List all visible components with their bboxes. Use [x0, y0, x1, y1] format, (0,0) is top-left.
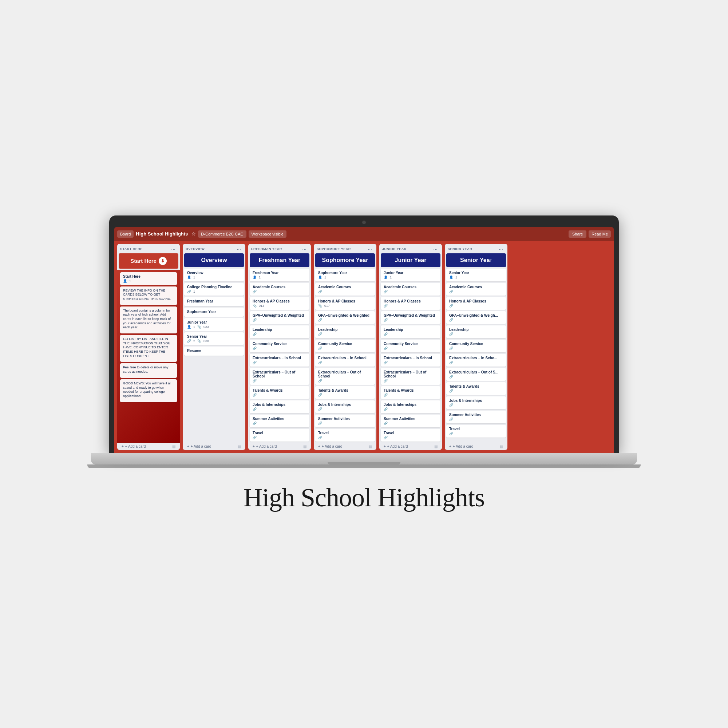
board-area: START HERE ··· Start Here ⬇ Start Here [114, 241, 614, 453]
freshman-card-4[interactable]: GPA–Unweighted & Weighted 🔗 [250, 311, 309, 324]
junior-card-2[interactable]: Academic Courses 🔗 [381, 283, 440, 295]
template-icon: ▤ [172, 444, 176, 448]
add-card-button-overview[interactable]: + + Add a card ▤ [184, 443, 244, 450]
sophomore-card-11[interactable]: Summer Activities 🔗 [315, 414, 375, 427]
share-button[interactable]: Share [569, 230, 586, 238]
sophomore-card-7[interactable]: Extracurriculars – In School 🔗 [315, 354, 375, 367]
add-card-button-freshman[interactable]: + + Add a card ▤ [250, 443, 309, 450]
card-meta: 🔗 [318, 318, 372, 322]
start-here-card-3[interactable]: The board contains a column for each yea… [120, 306, 177, 333]
senior-card-10[interactable]: Jobs & Internships 🔗 [446, 396, 506, 409]
board-button[interactable]: Board [117, 230, 134, 238]
freshman-card-9[interactable]: Talents & Awards 🔗 [250, 386, 309, 399]
senior-card-9[interactable]: Talents & Awards 🔗 [446, 382, 506, 395]
junior-card-11[interactable]: Summer Activities 🔗 [381, 414, 440, 427]
overview-card-6[interactable]: Senior Year 🔗 2 📎 038 [184, 332, 244, 345]
junior-card-4[interactable]: GPA–Unweighted & Weighted 🔗 [381, 311, 440, 324]
overview-card-2[interactable]: College Planning Timeline 🔗 1 [184, 283, 244, 295]
overview-card-5[interactable]: Junior Year 👤 1 📎 033 [184, 318, 244, 331]
workspace-button[interactable]: D-Commerce B2C CAC [198, 230, 246, 238]
senior-card-6[interactable]: Community Service 🔗 [446, 340, 506, 352]
senior-card-2[interactable]: Academic Courses 🔗 [446, 283, 506, 295]
column-sophomore-menu[interactable]: ··· [366, 246, 373, 252]
junior-card-5[interactable]: Leadership 🔗 [381, 326, 440, 338]
sophomore-card-9[interactable]: Talents & Awards 🔗 [315, 386, 375, 399]
freshman-card-3[interactable]: Honors & AP Classes 📎 014 [250, 297, 309, 310]
column-overview-menu[interactable]: ··· [235, 246, 242, 252]
sophomore-card-5[interactable]: Leadership 🔗 [315, 326, 375, 338]
card-title: Community Service [449, 342, 503, 346]
plus-icon: + [449, 444, 451, 448]
sophomore-card-3[interactable]: Honors & AP Classes 📎 017 [315, 297, 375, 310]
start-here-title-text: Start Here [130, 258, 156, 264]
freshman-card-10[interactable]: Jobs & Internships 🔗 [250, 401, 309, 413]
overview-card-1[interactable]: Overview 👤 1 [184, 269, 244, 281]
add-card-button-senior[interactable]: + + Add a card ▤ [446, 443, 506, 450]
sophomore-card-4[interactable]: GPA–Unweighted & Weighted 🔗 [315, 311, 375, 324]
senior-card-4[interactable]: GPA–Unweighted & Weigh... 🔗 [446, 311, 506, 324]
add-card-button-start[interactable]: + + Add a card ▤ [119, 443, 178, 450]
column-freshman-menu[interactable]: ··· [301, 246, 308, 252]
senior-card-7[interactable]: Extracurriculars – In Scho... 🔗 [446, 354, 506, 367]
card-title: Academic Courses [318, 285, 372, 289]
column-start-here-menu[interactable]: ··· [170, 246, 177, 252]
start-here-card-6[interactable]: GOOD NEWS: You will have it all saved an… [120, 379, 177, 402]
junior-card-9[interactable]: Talents & Awards 🔗 [381, 386, 440, 399]
freshman-card-2[interactable]: Academic Courses 🔗 [250, 283, 309, 295]
overview-card-7[interactable]: Resume [184, 347, 244, 356]
junior-card-3[interactable]: Honors & AP Classes 🔗 [381, 297, 440, 310]
card-title: Travel [384, 431, 437, 435]
card-meta: 🔗 [449, 418, 503, 421]
add-card-button-sophomore[interactable]: + + Add a card ▤ [315, 443, 375, 450]
freshman-card-1[interactable]: Freshman Year 👤 1 [250, 269, 309, 281]
column-junior-menu[interactable]: ··· [432, 246, 439, 252]
sophomore-card-6[interactable]: Community Service 🔗 [315, 340, 375, 352]
card-body: The board contains a column for each yea… [123, 309, 174, 330]
junior-card-1[interactable]: Junior Year 👤 1 [381, 269, 440, 281]
sophomore-card-1[interactable]: Sophomore Year 👤 1 [315, 269, 375, 281]
column-overview-label: OVERVIEW [186, 247, 205, 251]
card-meta: 🔗 [252, 332, 306, 336]
visibility-button[interactable]: Workspace visible [249, 230, 286, 238]
start-here-card-1[interactable]: Start Here 👤 1 [120, 272, 177, 285]
card-title: Academic Courses [252, 285, 306, 289]
freshman-card-12[interactable]: Travel 🔗 [250, 429, 309, 442]
star-icon[interactable]: ☆ [191, 231, 196, 237]
junior-card-6[interactable]: Community Service 🔗 [381, 340, 440, 352]
senior-card-11[interactable]: Summer Activities 🔗 [446, 411, 506, 423]
freshman-card-7[interactable]: Extracurriculars – In School 🔗 [250, 354, 309, 367]
junior-card-12[interactable]: Travel 🔗 [381, 429, 440, 442]
start-here-card-2[interactable]: REVIEW THE INFO ON THE CARDS BELOW TO GE… [120, 286, 177, 305]
freshman-card-6[interactable]: Community Service 🔗 [250, 340, 309, 352]
column-senior-menu[interactable]: ··· [497, 246, 505, 252]
sophomore-card-12[interactable]: Travel 🔗 [315, 429, 375, 442]
card-title: Extracurriculars – In School [384, 356, 437, 360]
sophomore-card-8[interactable]: Extracurriculars – Out of School 🔗 [315, 368, 375, 385]
senior-card-1[interactable]: Senior Year 👤 1 [446, 269, 506, 281]
card-meta: 📎 014 [252, 304, 306, 307]
junior-card-10[interactable]: Jobs & Internships 🔗 [381, 401, 440, 413]
card-title: GPA–Unweighted & Weighted [318, 314, 372, 317]
sophomore-card-10[interactable]: Jobs & Internships 🔗 [315, 401, 375, 413]
senior-card-12[interactable]: Travel 🔗 [446, 425, 506, 437]
card-meta: 🔗 [318, 332, 372, 336]
column-start-here-label: START HERE [120, 247, 143, 251]
senior-card-3[interactable]: Honors & AP Classes 🔗 [446, 297, 506, 310]
start-here-card-4[interactable]: GO LIST BY LIST AND FILL IN THE INFORMAT… [120, 335, 177, 362]
junior-card-7[interactable]: Extracurriculars – In School 🔗 [381, 354, 440, 367]
card-title: Leadership [318, 327, 372, 332]
overview-card-4[interactable]: Sophomore Year [184, 307, 244, 317]
overview-card-3[interactable]: Freshman Year [184, 297, 244, 306]
freshman-card-5[interactable]: Leadership 🔗 [250, 326, 309, 338]
read-me-button[interactable]: Read Me [589, 230, 611, 238]
senior-card-8[interactable]: Extracurriculars – Out of S... 🔗 [446, 368, 506, 381]
junior-card-8[interactable]: Extracurriculars – Out of School 🔗 [381, 368, 440, 385]
senior-card-5[interactable]: Leadership 🔗 [446, 326, 506, 338]
freshman-card-8[interactable]: Extracurriculars – Out of School 🔗 [250, 368, 309, 385]
freshman-card-11[interactable]: Summer Activities 🔗 [250, 414, 309, 427]
laptop-camera [362, 220, 366, 224]
add-card-button-junior[interactable]: + + Add a card ▤ [381, 443, 440, 450]
start-here-card-5[interactable]: Feel free to delete or move any cards as… [120, 363, 177, 378]
card-meta: 🔗 [384, 379, 437, 382]
sophomore-card-2[interactable]: Academic Courses 🔗 [315, 283, 375, 295]
